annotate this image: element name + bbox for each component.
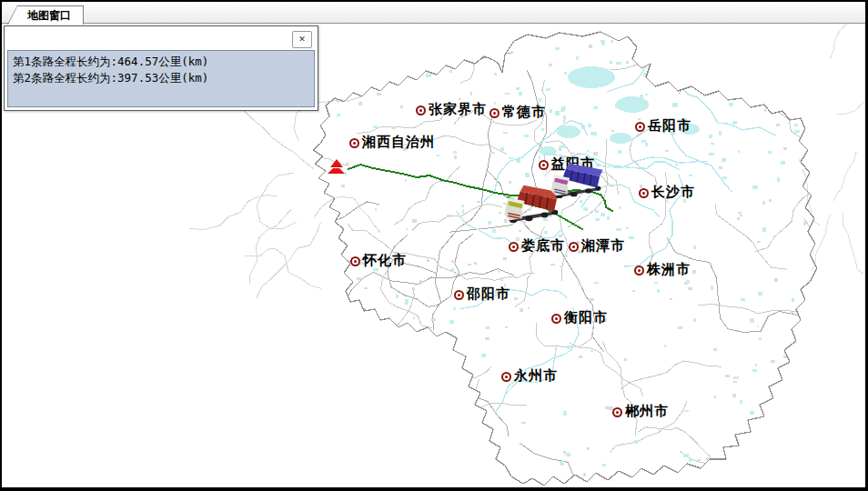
route-1-distance: 第1条路全程长约为:464.57公里(km) [13,54,309,70]
city-marker-yueyang[interactable] [635,122,645,132]
city-marker-zhuzhou[interactable] [634,266,644,276]
city-marker-zhangjiajie[interactable] [416,105,426,115]
close-icon[interactable]: ✕ [292,31,312,48]
city-label-loudi: 娄底市 [521,237,565,254]
tab-map-window[interactable]: 地图窗口 [7,5,84,25]
truck-purple-icon[interactable] [550,158,608,201]
city-label-huaihua: 怀化市 [363,252,407,268]
city-label-hengyang: 衡阳市 [564,309,608,326]
tab-bar: 地图窗口 [2,2,865,24]
tab-label: 地图窗口 [8,6,83,25]
city-label-xiangxi: 湘西自治州 [362,134,435,150]
city-label-yueyang: 岳阳市 [648,117,691,134]
city-marker-yiyang[interactable] [539,160,549,170]
route-2-distance: 第2条路全程长约为:397.53公里(km) [13,70,309,86]
route-distance-textbox: 第1条路全程长约为:464.57公里(km) 第2条路全程长约为:397.53公… [7,50,315,107]
city-label-zhangjiajie: 张家界市 [429,101,487,117]
city-label-changsha: 长沙市 [651,184,695,200]
city-marker-changsha[interactable] [639,188,649,198]
city-label-chenzhou: 郴州市 [625,403,669,419]
city-marker-yongzhou[interactable] [501,372,511,382]
city-label-shaoyang: 邵阳市 [467,286,510,302]
triangle-poi-icon[interactable] [328,158,348,176]
city-marker-chenzhou[interactable] [612,407,622,417]
city-label-changde: 常德市 [502,104,546,120]
city-marker-changde[interactable] [490,108,500,118]
route-info-panel: ✕ 第1条路全程长约为:464.57公里(km) 第2条路全程长约为:397.5… [4,25,318,111]
city-marker-hengyang[interactable] [551,314,561,324]
city-label-yongzhou: 永州市 [514,367,558,384]
city-marker-huaihua[interactable] [350,256,360,266]
city-label-xiangtan: 湘潭市 [581,237,625,254]
city-marker-loudi[interactable] [509,242,519,252]
city-marker-xiangxi[interactable] [349,138,359,148]
city-marker-shaoyang[interactable] [454,290,464,300]
city-marker-xiangtan[interactable] [569,242,579,252]
city-label-zhuzhou: 株洲市 [647,261,691,277]
